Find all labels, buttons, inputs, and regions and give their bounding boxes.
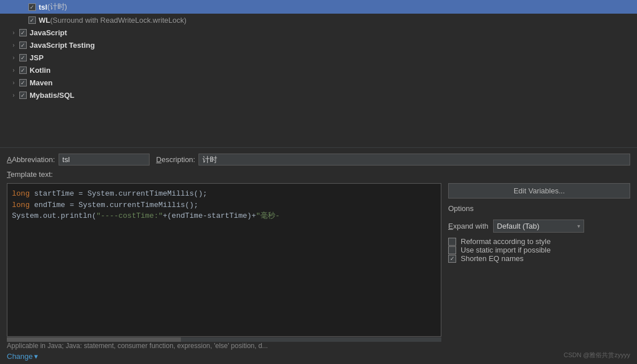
list-item-wl[interactable]: WL (Surround with ReadWriteLock.writeLoc… (0, 14, 637, 26)
checkbox-wrap[interactable] (18, 40, 27, 49)
main-container: tsl (计时)WL (Surround with ReadWriteLock.… (0, 0, 637, 364)
checkbox-wrap[interactable] (18, 65, 27, 75)
option-checkbox-shorten_eq[interactable] (448, 255, 456, 263)
abbreviation-input[interactable] (59, 154, 150, 166)
edit-row: long startTime = System.currentTimeMilli… (7, 183, 630, 364)
code-token-txt: startTime = System.currentTimeMillis(); (34, 189, 207, 198)
option-checkbox-static_import[interactable] (448, 246, 456, 254)
expand-with-row: Expand with Default (Tab) ▾ (448, 220, 630, 233)
checkbox-icon (19, 92, 27, 99)
checkbox-icon (19, 42, 27, 49)
option-row-reformat[interactable]: Reformat according to style (448, 237, 630, 246)
template-label: Template text: (7, 170, 630, 179)
expand-arrow[interactable] (18, 15, 27, 24)
attribution: CSDN @雅俗共赏zyyyy (564, 351, 630, 359)
list-item-javascript[interactable]: ›JavaScript (0, 26, 637, 39)
abbreviation-label: AAbbreviation: (7, 155, 55, 164)
checkbox-wrap[interactable] (18, 53, 27, 62)
checkbox-icon (19, 54, 27, 61)
abbreviation-group: AAbbreviation: (7, 154, 150, 166)
code-area-wrap: long startTime = System.currentTimeMilli… (7, 183, 441, 364)
code-line: long endTime = System.currentTimeMillis(… (12, 200, 436, 211)
option-row-shorten_eq[interactable]: Shorten EQ names (448, 254, 630, 263)
option-row-static_import[interactable]: Use static import if possible (448, 246, 630, 254)
code-token-txt: endTime = System.currentTimeMillis(); (34, 201, 198, 209)
code-token-str: "----costTime:" (96, 212, 163, 220)
item-label: WL (39, 16, 50, 24)
checkbox-icon (19, 29, 27, 36)
code-token-kw: long (12, 189, 34, 198)
right-panel: Edit Variables... Options Expand with De… (448, 183, 630, 364)
option-label-static_import: Use static import if possible (461, 246, 551, 254)
applicable-row: Applicable in Java; Java: statement, con… (7, 342, 441, 352)
item-label: Kotlin (30, 66, 51, 75)
list-item-jsp[interactable]: ›JSP (0, 51, 637, 64)
template-list[interactable]: tsl (计时)WL (Surround with ReadWriteLock.… (0, 0, 637, 148)
checkbox-wrap[interactable] (18, 28, 27, 37)
list-item-javascript-testing[interactable]: ›JavaScript Testing (0, 39, 637, 51)
description-label: Description: (156, 155, 196, 164)
expand-arrow[interactable]: › (9, 78, 18, 87)
item-label: tsl (39, 3, 47, 11)
code-editor[interactable]: long startTime = System.currentTimeMilli… (7, 183, 441, 337)
expand-arrow[interactable]: › (9, 53, 18, 62)
options-checkboxes: Reformat according to styleUse static im… (448, 237, 630, 263)
fields-row: AAbbreviation: Description: (7, 154, 630, 166)
options-title: Options (448, 204, 630, 213)
edit-variables-button[interactable]: Edit Variables... (448, 183, 630, 198)
item-sublabel: (计时) (47, 2, 67, 12)
checkbox-icon (19, 67, 27, 74)
option-label-shorten_eq: Shorten EQ names (461, 254, 524, 263)
item-sublabel: (Surround with ReadWriteLock.writeLock) (50, 16, 187, 24)
option-label-reformat: Reformat according to style (461, 237, 551, 246)
list-item-kotlin[interactable]: ›Kotlin (0, 64, 637, 76)
code-line: System.out.println("----costTime:"+(endT… (12, 210, 436, 222)
expand-with-label: Expand with (448, 222, 489, 230)
list-item-mybatis[interactable]: ›Mybatis/SQL (0, 89, 637, 101)
checkbox-wrap[interactable] (18, 90, 27, 100)
code-token-txt: System.out.println( (12, 212, 96, 220)
code-token-str: "毫秒- (256, 212, 280, 220)
checkbox-wrap[interactable] (27, 15, 36, 24)
item-label: JavaScript Testing (30, 41, 95, 49)
change-link[interactable]: Change ▾ (7, 352, 38, 361)
description-group: Description: (156, 154, 630, 166)
expand-with-arrow: ▾ (577, 223, 580, 229)
checkbox-icon (28, 3, 36, 11)
expand-arrow[interactable]: › (9, 28, 18, 37)
expand-with-value: Default (Tab) (497, 222, 575, 230)
list-item-tsl[interactable]: tsl (计时) (0, 0, 637, 14)
checkbox-icon (28, 16, 36, 24)
code-token-kw: long (12, 201, 34, 209)
change-row: Change ▾ (7, 352, 441, 364)
item-label: JavaScript (30, 28, 67, 37)
option-checkbox-reformat[interactable] (448, 238, 456, 246)
options-section: Options Expand with Default (Tab) ▾ Refo… (448, 204, 630, 263)
scrollbar-thumb (7, 337, 181, 342)
code-token-txt: +(endTime-startTime)+ (163, 212, 256, 220)
expand-with-dropdown[interactable]: Default (Tab) ▾ (493, 220, 584, 233)
item-label: Mybatis/SQL (30, 91, 75, 100)
expand-arrow[interactable]: › (9, 65, 18, 75)
applicable-text: Applicable in Java; Java: statement, con… (7, 342, 441, 350)
expand-arrow[interactable]: › (9, 90, 18, 100)
checkbox-wrap[interactable] (27, 2, 36, 11)
bottom-section: AAbbreviation: Description: Template tex… (0, 148, 637, 364)
checkbox-icon (19, 79, 27, 86)
checkbox-wrap[interactable] (18, 78, 27, 87)
list-item-maven[interactable]: ›Maven (0, 76, 637, 89)
item-label: Maven (30, 78, 52, 87)
item-label: JSP (30, 53, 44, 62)
expand-arrow[interactable]: › (9, 40, 18, 49)
horizontal-scrollbar[interactable] (7, 337, 441, 342)
code-line: long startTime = System.currentTimeMilli… (12, 188, 436, 200)
expand-arrow[interactable] (18, 2, 27, 11)
description-input[interactable] (198, 154, 630, 166)
